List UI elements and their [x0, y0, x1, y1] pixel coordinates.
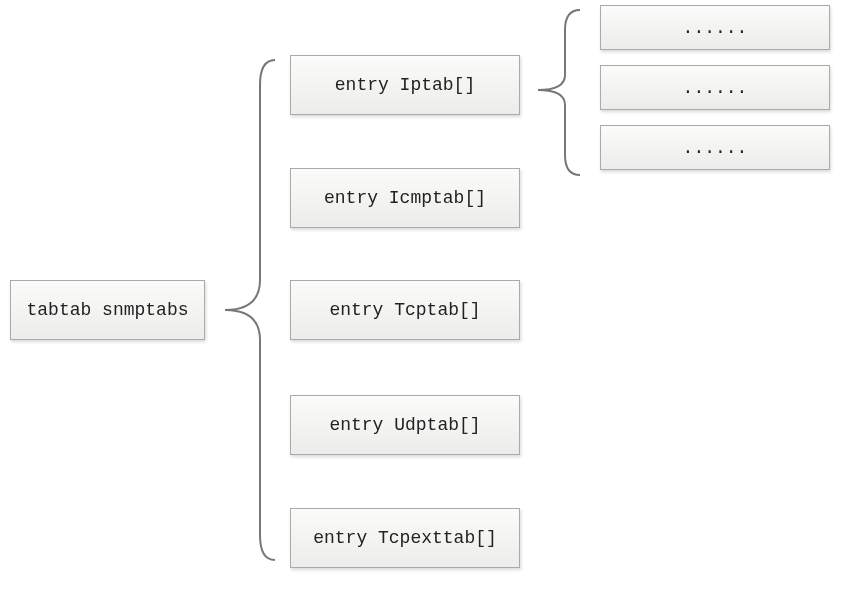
brace-sub — [530, 5, 585, 180]
root-label: tabtab snmptabs — [26, 300, 188, 320]
entry-node: entry Tcptab[] — [290, 280, 520, 340]
entry-label: entry Tcptab[] — [329, 300, 480, 320]
entry-label: entry Icmptab[] — [324, 188, 486, 208]
entry-node: entry Iptab[] — [290, 55, 520, 115]
sub-entry-label: ...... — [683, 138, 748, 158]
sub-entry-node: ...... — [600, 5, 830, 50]
sub-entry-node: ...... — [600, 125, 830, 170]
sub-entry-label: ...... — [683, 78, 748, 98]
entry-node: entry Icmptab[] — [290, 168, 520, 228]
brace-root — [215, 55, 280, 565]
entry-label: entry Udptab[] — [329, 415, 480, 435]
root-node: tabtab snmptabs — [10, 280, 205, 340]
entry-label: entry Tcpexttab[] — [313, 528, 497, 548]
entry-node: entry Udptab[] — [290, 395, 520, 455]
entry-node: entry Tcpexttab[] — [290, 508, 520, 568]
sub-entry-label: ...... — [683, 18, 748, 38]
sub-entry-node: ...... — [600, 65, 830, 110]
entry-label: entry Iptab[] — [335, 75, 475, 95]
